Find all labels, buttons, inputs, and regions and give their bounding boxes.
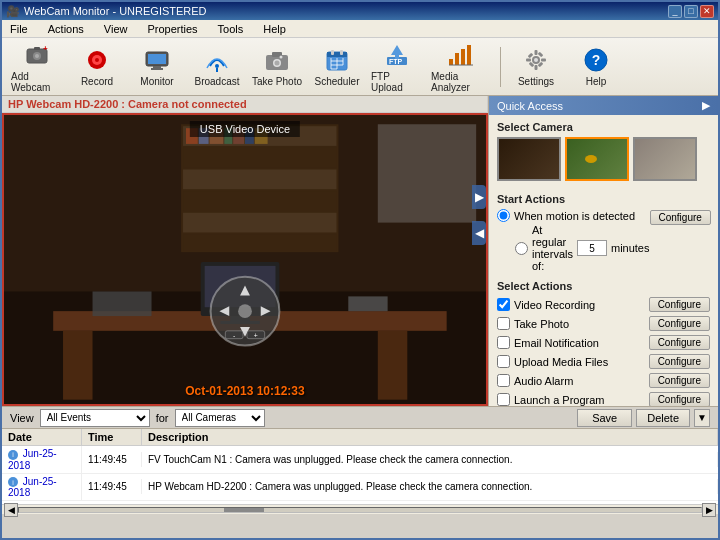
title-icon: 🎥 (6, 5, 20, 18)
event-time-2: 11:49:45 (82, 479, 142, 494)
camera-thumbnails (497, 137, 710, 181)
svg-rect-9 (148, 54, 166, 64)
for-label: for (156, 412, 169, 424)
audio-alarm-label: Audio Alarm (514, 375, 573, 387)
event-row-1[interactable]: i Jun-25-2018 11:49:45 FV TouchCam N1 : … (2, 446, 718, 474)
svg-point-17 (275, 61, 280, 66)
add-webcam-button[interactable]: + Add Webcam (10, 42, 64, 92)
start-actions-configure-button[interactable]: Configure (650, 210, 711, 225)
program-configure[interactable]: Configure (649, 392, 710, 407)
video-recording-checkbox[interactable] (497, 298, 510, 311)
record-button[interactable]: Record (70, 42, 124, 92)
interval-radio[interactable] (515, 242, 528, 255)
media-analyzer-button[interactable]: Media Analyzer (430, 42, 492, 92)
start-actions-section: Start Actions When motion is detected At… (489, 191, 718, 278)
horizontal-scrollbar[interactable]: ◀ ▶ (2, 504, 718, 514)
monitor-label: Monitor (140, 76, 173, 87)
menu-view[interactable]: View (100, 22, 132, 36)
svg-rect-74 (348, 296, 387, 311)
camera-device-label: USB Video Device (190, 121, 300, 137)
menu-tools[interactable]: Tools (214, 22, 248, 36)
take-photo-configure[interactable]: Configure (649, 316, 710, 331)
svg-rect-21 (331, 50, 334, 55)
svg-point-7 (95, 58, 99, 62)
take-photo-checkbox[interactable] (497, 317, 510, 330)
email-configure[interactable]: Configure (649, 335, 710, 350)
menu-bar: File Actions View Properties Tools Help (2, 20, 718, 38)
nav-right-up-arrow[interactable]: ▶ (472, 185, 486, 209)
maximize-button[interactable]: □ (684, 5, 698, 18)
bottom-section: View All Events for All Cameras Save Del… (2, 406, 718, 514)
svg-rect-65 (378, 124, 476, 222)
scene-svg: - + (4, 115, 486, 404)
svg-rect-11 (151, 68, 163, 70)
minimize-button[interactable]: _ (668, 5, 682, 18)
menu-actions[interactable]: Actions (44, 22, 88, 36)
video-recording-configure[interactable]: Configure (649, 297, 710, 312)
action-row-upload: Upload Media Files Configure (497, 353, 710, 370)
svg-rect-32 (449, 59, 453, 65)
cameras-dropdown[interactable]: All Cameras (175, 409, 265, 427)
save-delete-bar: Save Delete ▼ (577, 409, 710, 427)
upload-media-checkbox[interactable] (497, 355, 510, 368)
save-button[interactable]: Save (577, 409, 632, 427)
svg-text:-: - (233, 332, 235, 339)
view-dropdown[interactable]: All Events (40, 409, 150, 427)
upload-configure[interactable]: Configure (649, 354, 710, 369)
broadcast-button[interactable]: Broadcast (190, 42, 244, 92)
event-date-1[interactable]: i Jun-25-2018 (2, 446, 82, 473)
svg-rect-3 (34, 47, 40, 50)
menu-file[interactable]: File (6, 22, 32, 36)
scheduler-button[interactable]: Scheduler (310, 42, 364, 92)
email-notification-checkbox[interactable] (497, 336, 510, 349)
video-recording-label: Video Recording (514, 299, 595, 311)
svg-rect-39 (535, 50, 538, 55)
svg-point-2 (35, 54, 39, 58)
scroll-left-btn[interactable]: ◀ (4, 503, 18, 517)
camera-thumb-1[interactable] (497, 137, 561, 181)
svg-rect-46 (538, 52, 544, 58)
delete-button[interactable]: Delete (636, 409, 690, 427)
ftp-upload-button[interactable]: FTP FTP Upload (370, 42, 424, 92)
svg-rect-55 (183, 191, 336, 211)
alarm-configure[interactable]: Configure (649, 373, 710, 388)
interval-input[interactable] (577, 240, 607, 256)
action-row-alarm: Audio Alarm Configure (497, 372, 710, 389)
svg-rect-20 (327, 52, 347, 57)
svg-rect-10 (153, 66, 161, 68)
close-button[interactable]: ✕ (700, 5, 714, 18)
settings-button[interactable]: Settings (509, 42, 563, 92)
event-row-2[interactable]: i Jun-25-2018 11:49:45 HP Webcam HD-2200… (2, 474, 718, 502)
select-camera-title: Select Camera (497, 121, 710, 133)
event-info-icon-1: i (8, 450, 18, 460)
scroll-right-btn[interactable]: ▶ (702, 503, 716, 517)
camera-panel: HP Webcam HD-2200 : Camera not connected (2, 96, 488, 406)
camera-scene: - + USB Video Device Oct-01-2013 10:12:3… (4, 115, 486, 404)
quick-access-expand[interactable]: ▶ (702, 99, 710, 112)
svg-rect-33 (455, 53, 459, 65)
window-title: WebCam Monitor - UNREGISTERED (24, 5, 207, 17)
motion-label: When motion is detected (514, 210, 635, 222)
scroll-track[interactable] (18, 507, 702, 513)
menu-properties[interactable]: Properties (143, 22, 201, 36)
event-date-2[interactable]: i Jun-25-2018 (2, 474, 82, 501)
take-photo-button[interactable]: Take Photo (250, 42, 304, 92)
audio-alarm-checkbox[interactable] (497, 374, 510, 387)
camera-thumb-3[interactable] (633, 137, 697, 181)
camera-thumb-2[interactable] (565, 137, 629, 181)
launch-program-checkbox[interactable] (497, 393, 510, 406)
add-webcam-icon: + (23, 41, 51, 69)
svg-rect-41 (526, 59, 531, 62)
monitor-button[interactable]: Monitor (130, 42, 184, 92)
nav-right-down-arrow[interactable]: ◀ (472, 221, 486, 245)
filter-expand-icon[interactable]: ▼ (694, 409, 710, 427)
interval-label: At regular intervals of: (532, 224, 573, 272)
motion-radio[interactable] (497, 209, 510, 222)
scroll-thumb[interactable] (224, 508, 264, 512)
svg-point-18 (280, 56, 283, 59)
action-row-video: Video Recording Configure (497, 296, 710, 313)
menu-help[interactable]: Help (259, 22, 290, 36)
help-button[interactable]: ? Help (569, 42, 623, 92)
svg-text:FTP: FTP (389, 58, 403, 65)
col-date: Date (2, 429, 82, 445)
